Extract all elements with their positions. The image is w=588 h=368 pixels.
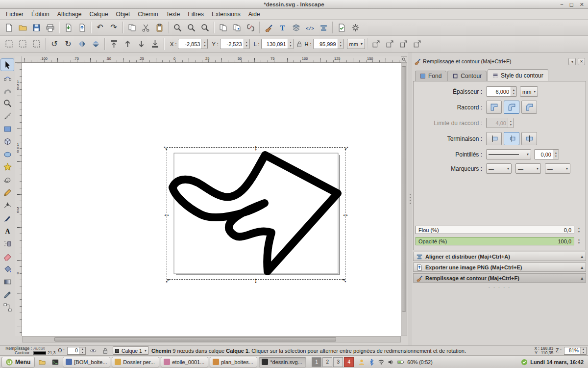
raise-button[interactable]	[121, 37, 134, 51]
tool-ellipse[interactable]	[0, 148, 14, 160]
layer-lock-toggle[interactable]	[100, 346, 110, 355]
terminal-launcher[interactable]	[49, 357, 61, 368]
opacity-slider[interactable]: Opacité (%) 100,0	[416, 237, 574, 245]
layers-dialog-button[interactable]	[289, 21, 303, 34]
scale-handle-w[interactable]: ↔	[163, 210, 171, 217]
raise-to-top-button[interactable]	[107, 37, 121, 51]
miter-limit-input[interactable]: 4,00▲▼	[486, 118, 514, 128]
select-all-button[interactable]	[2, 37, 16, 51]
tool-pencil[interactable]	[0, 186, 14, 199]
save-document-button[interactable]	[29, 21, 43, 34]
layer-select[interactable]: Calque 1▾	[113, 346, 149, 355]
zoom-input[interactable]: 81%▲▼	[564, 347, 587, 355]
menu-fichier[interactable]: Fichier	[2, 9, 27, 19]
pane-splitter[interactable]	[408, 53, 412, 345]
user-applet-icon[interactable]	[358, 359, 365, 366]
tab-style-du-contour[interactable]: Style du contour	[488, 69, 548, 81]
y-input[interactable]: -2,523▲▼	[220, 39, 250, 49]
menu-aide[interactable]: Aide	[245, 9, 264, 19]
lock-ratio-toggle[interactable]	[294, 37, 305, 51]
vertical-ruler[interactable]: 150 100 50 0	[15, 63, 22, 336]
affect-gradients-toggle[interactable]	[397, 37, 411, 51]
dock-detach-button[interactable]: ◂	[568, 58, 576, 65]
tool-rectangle[interactable]	[0, 122, 14, 135]
taskbar-window-plan-boites[interactable]: plan_boites...	[210, 357, 257, 368]
copy-button[interactable]	[125, 21, 139, 34]
title-bar[interactable]: *dessin.svg - Inkscape − ◻ ✕	[0, 0, 588, 9]
dash-pattern-select[interactable]: ▾	[486, 149, 531, 159]
tool-node-editor[interactable]	[0, 71, 14, 84]
join-bevel-button[interactable]	[521, 101, 537, 114]
bluetooth-icon[interactable]	[368, 359, 375, 366]
tool-measure[interactable]	[0, 109, 14, 122]
tool-gradient[interactable]	[0, 275, 14, 288]
fill-indicator-value[interactable]: Aucun	[33, 346, 45, 351]
paste-button[interactable]	[152, 21, 166, 34]
flip-vertical-button[interactable]	[89, 37, 102, 51]
tab-fond[interactable]: Fond	[415, 71, 446, 81]
tool-zoom[interactable]	[0, 97, 14, 109]
tool-paint-bucket[interactable]	[0, 263, 14, 275]
menu-objet[interactable]: Objet	[112, 9, 134, 19]
tool-dropper[interactable]	[0, 288, 14, 301]
zoom-selection-button[interactable]	[171, 21, 184, 34]
join-miter-button[interactable]	[486, 101, 502, 114]
cap-square-button[interactable]	[521, 132, 537, 145]
minimize-button[interactable]: −	[560, 1, 563, 7]
menu-texte[interactable]: Texte	[162, 9, 184, 19]
canvas[interactable]: ↔ ↕ ↔ ↔ ↔ ↔ ↕ ↔	[22, 63, 401, 336]
tool-3d-box[interactable]	[0, 135, 14, 148]
new-document-button[interactable]	[2, 21, 16, 34]
tool-spray[interactable]	[0, 237, 14, 250]
tool-connector[interactable]	[0, 301, 14, 314]
dock-align-distribute[interactable]: Aligner et distribuer (Maj+Ctrl+A) ▴	[413, 252, 586, 261]
cap-butt-button[interactable]	[486, 132, 502, 145]
export-button[interactable]	[75, 21, 89, 34]
selection-opacity-input[interactable]: 0▲▼	[67, 347, 86, 355]
opacity-spin[interactable]: ▲▼	[576, 237, 582, 245]
menu-affichage[interactable]: Affichage	[53, 9, 86, 19]
affect-patterns-toggle[interactable]	[411, 37, 424, 51]
tool-text[interactable]	[0, 224, 14, 237]
menu-extensions[interactable]: Extensions	[208, 9, 245, 19]
horizontal-ruler[interactable]: -100 -75 -50 -25 0 25 50 75 100 125 150	[22, 56, 401, 63]
create-clone-button[interactable]	[230, 21, 244, 34]
scale-handle-e[interactable]: ↔	[342, 210, 349, 217]
dock-grip[interactable]: · · · · ·	[413, 285, 586, 290]
vertical-scrollbar[interactable]	[401, 63, 407, 336]
deselect-button[interactable]	[29, 37, 43, 51]
cut-button[interactable]	[139, 21, 152, 34]
tool-spiral[interactable]	[0, 173, 14, 186]
volume-icon[interactable]	[388, 359, 394, 366]
height-input[interactable]: 95,999▲▼	[313, 39, 344, 49]
workspace-2[interactable]: 2	[322, 357, 332, 367]
menu-edition[interactable]: Édition	[27, 9, 53, 19]
dock-close-button[interactable]: ✕	[578, 58, 585, 65]
menu-calque[interactable]: Calque	[86, 9, 112, 19]
dash-offset-input[interactable]: 0,00▲▼	[534, 149, 559, 159]
align-dialog-button[interactable]	[317, 21, 330, 34]
stroke-color-swatch[interactable]	[33, 351, 46, 355]
zoom-drawing-button[interactable]	[184, 21, 198, 34]
sticky-zoom-button[interactable]	[401, 56, 407, 63]
rotate-cw-button[interactable]: ↻	[61, 37, 75, 51]
tab-contour[interactable]: Contour	[447, 71, 487, 81]
import-button[interactable]	[61, 21, 75, 34]
redo-button[interactable]: ↷	[107, 21, 121, 34]
affect-stroke-toggle[interactable]	[369, 37, 383, 51]
battery-icon[interactable]	[397, 359, 404, 366]
maximize-button[interactable]: ◻	[569, 1, 574, 8]
scale-handle-s[interactable]: ↕	[254, 276, 258, 284]
select-all-layers-button[interactable]	[16, 37, 29, 51]
vertical-scrollbar-thumb[interactable]	[402, 66, 406, 312]
menu-button[interactable]: Menu	[1, 357, 35, 368]
lower-to-bottom-button[interactable]	[148, 37, 162, 51]
menu-filtres[interactable]: Filtres	[184, 9, 208, 19]
file-manager-launcher[interactable]	[36, 357, 48, 368]
print-button[interactable]	[43, 21, 57, 34]
flip-horizontal-button[interactable]	[75, 37, 89, 51]
wifi-icon[interactable]	[378, 359, 385, 366]
taskbar-window-dessin-svg[interactable]: *dessin.svg...	[259, 357, 306, 368]
fill-stroke-dialog-button[interactable]	[262, 21, 275, 34]
zoom-page-button[interactable]	[198, 21, 212, 34]
